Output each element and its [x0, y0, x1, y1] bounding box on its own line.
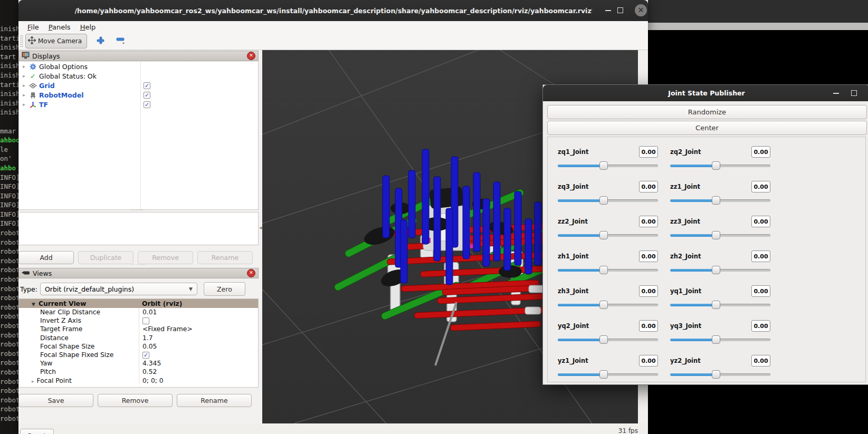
center-button[interactable]: Center	[547, 121, 867, 135]
view-property-row[interactable]: Focal Shape Size0.05	[19, 342, 258, 351]
joint-value-input[interactable]: 0.00	[751, 146, 770, 158]
view-property-row[interactable]: ▸Focal Point0; 0; 0	[19, 377, 258, 385]
joint-slider[interactable]	[670, 231, 770, 240]
remove-tool-button[interactable]	[113, 34, 127, 48]
minimize-button[interactable]	[605, 10, 611, 11]
enabled-checkbox[interactable]: ✓	[144, 82, 150, 89]
expand-arrow-icon[interactable]: ▸	[19, 83, 28, 88]
views-save-button[interactable]: Save	[18, 394, 93, 407]
move-camera-tool[interactable]: Move Camera	[25, 34, 87, 49]
slider-handle[interactable]	[712, 335, 720, 344]
joint-value-input[interactable]: 0.00	[639, 250, 658, 262]
slider-handle[interactable]	[599, 161, 608, 170]
view-property-row[interactable]: Focal Shape Fixed Size✓	[19, 351, 258, 359]
property-checkbox[interactable]	[142, 317, 149, 324]
joint-value-input[interactable]: 0.00	[751, 250, 770, 262]
slider-handle[interactable]	[599, 196, 608, 205]
joint-slider[interactable]	[558, 266, 658, 275]
views-panel-header[interactable]: Views ✕	[18, 268, 259, 278]
enabled-checkbox[interactable]: ✓	[144, 92, 150, 99]
joint-value-input[interactable]: 0.00	[751, 181, 770, 192]
joint-value-input[interactable]: 0.00	[751, 320, 770, 332]
display-item[interactable]: ▸Grid✓	[19, 81, 258, 90]
slider-handle[interactable]	[599, 266, 608, 274]
slider-handle[interactable]	[599, 335, 608, 344]
joint-slider[interactable]	[670, 335, 770, 344]
enabled-checkbox[interactable]: ✓	[144, 101, 150, 108]
toolbar-drag-handle[interactable]	[20, 35, 23, 47]
displays-add-button[interactable]: Add	[18, 251, 74, 264]
slider-handle[interactable]	[712, 301, 720, 309]
slider-handle[interactable]	[712, 161, 720, 170]
splitter-collapse-icon[interactable]: ◂	[259, 224, 262, 231]
slider-handle[interactable]	[599, 231, 608, 239]
expand-arrow-icon[interactable]: ▸	[19, 92, 28, 98]
view-property-row[interactable]: Distance1.7	[19, 334, 258, 342]
joint-slider[interactable]	[670, 301, 770, 310]
joint-value-input[interactable]: 0.00	[639, 285, 658, 297]
collapse-arrow-icon[interactable]: ▼	[32, 302, 35, 307]
joint-value-input[interactable]: 0.00	[639, 216, 658, 227]
joint-slider[interactable]	[558, 370, 658, 379]
menu-help[interactable]: Help	[75, 23, 101, 31]
joint-value-input[interactable]: 0.00	[751, 216, 770, 227]
joint-value-input[interactable]: 0.00	[751, 355, 770, 367]
zero-button[interactable]: Zero	[204, 282, 245, 296]
add-tool-button[interactable]	[93, 34, 107, 48]
dock-splitter[interactable]	[259, 50, 262, 423]
views-close-icon[interactable]: ✕	[247, 269, 255, 277]
joint-slider[interactable]	[558, 335, 658, 344]
view-property-row[interactable]: Pitch0.52	[19, 368, 258, 376]
joint-slider[interactable]	[558, 161, 658, 170]
views-remove-button[interactable]: Remove	[98, 394, 173, 407]
joint-slider[interactable]	[670, 161, 770, 170]
slider-handle[interactable]	[712, 196, 720, 205]
display-item[interactable]: ▸✓Global Status: Ok	[19, 71, 258, 81]
jsp-minimize-button[interactable]	[833, 93, 839, 94]
maximize-button[interactable]	[617, 7, 623, 13]
terminal-window[interactable]: inishtartiinishtartinishinishtartiinishi…	[0, 0, 18, 434]
rviz-titlebar[interactable]: /home/yahboom/yahboomcar_ros2_ws/yahboom…	[18, 0, 648, 21]
joint-slider[interactable]	[670, 196, 770, 205]
expand-arrow-icon[interactable]: ▸	[19, 102, 28, 107]
joint-slider[interactable]	[558, 301, 658, 310]
expand-arrow-icon[interactable]: ▸	[32, 379, 34, 384]
slider-handle[interactable]	[712, 266, 720, 274]
joint-slider[interactable]	[670, 370, 770, 379]
slider-handle[interactable]	[712, 231, 720, 239]
joint-value-input[interactable]: 0.00	[639, 355, 658, 367]
expand-arrow-icon[interactable]: ▸	[19, 64, 28, 69]
splitter-dots[interactable]: ······	[18, 264, 259, 267]
view-property-row[interactable]: Yaw4.345	[19, 359, 258, 368]
jsp-titlebar[interactable]: Joint State Publisher	[543, 85, 868, 101]
joint-value-input[interactable]: 0.00	[751, 285, 770, 297]
reset-button[interactable]: Reset	[20, 429, 54, 434]
joint-value-input[interactable]: 0.00	[639, 320, 658, 332]
view-type-select[interactable]: Orbit (rviz_default_plugins) ▼	[40, 283, 197, 295]
views-rename-button[interactable]: Rename	[177, 394, 252, 407]
displays-panel-header[interactable]: Displays ✕	[18, 51, 259, 61]
menu-panels[interactable]: Panels	[44, 23, 75, 31]
display-item[interactable]: ▸Global Options	[19, 62, 258, 71]
menu-file[interactable]: File	[23, 23, 44, 31]
display-item[interactable]: ▸TF✓	[19, 100, 258, 109]
close-button[interactable]: ✕	[635, 4, 647, 16]
current-view-row[interactable]: ▼Current View Orbit (rviz)	[19, 299, 258, 308]
slider-handle[interactable]	[599, 301, 608, 309]
randomize-button[interactable]: Randomize	[547, 105, 867, 119]
slider-handle[interactable]	[712, 370, 720, 379]
expand-arrow-icon[interactable]: ▸	[19, 73, 28, 79]
view-property-row[interactable]: Target Frame<Fixed Frame>	[19, 325, 258, 333]
joint-slider[interactable]	[558, 196, 658, 205]
slider-handle[interactable]	[599, 370, 608, 379]
view-property-row[interactable]: Near Clip Distance0.01	[19, 308, 258, 316]
displays-close-icon[interactable]: ✕	[247, 52, 255, 60]
view-property-row[interactable]: Invert Z Axis	[19, 316, 258, 325]
property-checkbox[interactable]: ✓	[142, 352, 149, 359]
joint-slider[interactable]	[670, 266, 770, 275]
joint-value-input[interactable]: 0.00	[639, 181, 658, 192]
joint-slider[interactable]	[558, 231, 658, 240]
joint-value-input[interactable]: 0.00	[639, 146, 658, 158]
display-item[interactable]: ▸RobotModel✓	[19, 90, 258, 100]
jsp-maximize-button[interactable]	[851, 90, 857, 96]
